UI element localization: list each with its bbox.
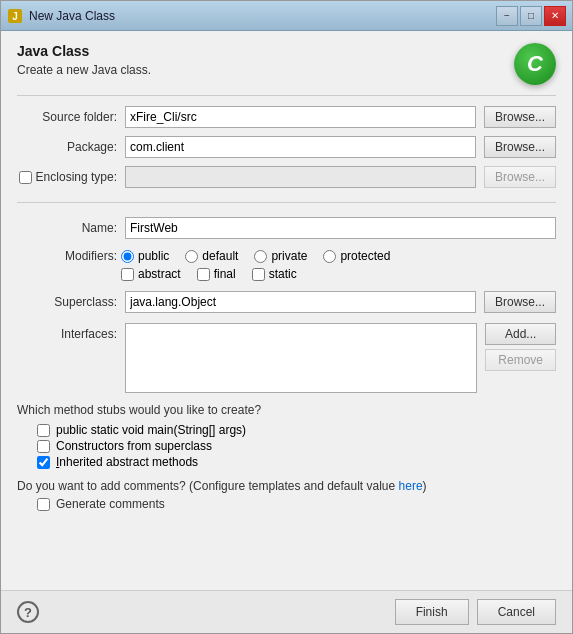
superclass-browse-button[interactable]: Browse... xyxy=(484,291,556,313)
source-folder-input[interactable] xyxy=(125,106,476,128)
stub-constructors-checkbox[interactable] xyxy=(37,440,50,453)
modifier-protected-radio[interactable] xyxy=(323,250,336,263)
name-row: Name: xyxy=(17,217,556,239)
title-bar-left: J New Java Class xyxy=(7,8,115,24)
header-text: Java Class Create a new Java class. xyxy=(17,43,151,77)
modifier-abstract-checkbox[interactable] xyxy=(121,268,134,281)
stub-main-label: public static void main(String[] args) xyxy=(56,423,246,437)
dialog-window: J New Java Class − □ ✕ Java Class Create… xyxy=(0,0,573,634)
bottom-buttons: Finish Cancel xyxy=(395,599,556,625)
dialog-subtitle: Create a new Java class. xyxy=(17,63,151,77)
modifier-public[interactable]: public xyxy=(121,249,169,263)
modifier-public-radio[interactable] xyxy=(121,250,134,263)
superclass-row: Superclass: Browse... xyxy=(17,291,556,313)
source-folder-row: Source folder: Browse... xyxy=(17,106,556,128)
comments-link[interactable]: here xyxy=(399,479,423,493)
generate-comments-checkbox[interactable] xyxy=(37,498,50,511)
modifier-static-label: static xyxy=(269,267,297,281)
generate-comments-label[interactable]: Generate comments xyxy=(37,497,165,511)
modifiers-section: Modifiers: public default private xyxy=(17,249,556,281)
modifier-final-checkbox[interactable] xyxy=(197,268,210,281)
app-icon: J xyxy=(7,8,23,24)
modifier-protected-label: protected xyxy=(340,249,390,263)
source-folder-section: Source folder: Browse... Package: Browse… xyxy=(17,106,556,188)
help-button[interactable]: ? xyxy=(17,601,39,623)
package-browse-button[interactable]: Browse... xyxy=(484,136,556,158)
other-modifiers-group: abstract final static xyxy=(121,267,297,281)
enclosing-type-input[interactable] xyxy=(125,166,476,188)
modifiers-row-1: Modifiers: public default private xyxy=(17,249,556,263)
interfaces-remove-button: Remove xyxy=(485,349,556,371)
java-class-icon: C xyxy=(514,43,556,85)
modifier-private-radio[interactable] xyxy=(254,250,267,263)
enclosing-type-browse-button: Browse... xyxy=(484,166,556,188)
package-input[interactable] xyxy=(125,136,476,158)
stub-inherited-checkbox[interactable] xyxy=(37,456,50,469)
enclosing-type-label: Enclosing type: xyxy=(36,170,117,184)
package-label: Package: xyxy=(17,140,117,154)
enclosing-label-wrap: Enclosing type: xyxy=(17,170,117,184)
superclass-input[interactable] xyxy=(125,291,476,313)
window-controls: − □ ✕ xyxy=(496,6,566,26)
source-folder-browse-button[interactable]: Browse... xyxy=(484,106,556,128)
dialog-content: Java Class Create a new Java class. C So… xyxy=(1,31,572,590)
modifier-public-label: public xyxy=(138,249,169,263)
interfaces-list xyxy=(125,323,477,393)
title-bar: J New Java Class − □ ✕ xyxy=(1,1,572,31)
modifier-protected[interactable]: protected xyxy=(323,249,390,263)
stub-main-checkbox[interactable] xyxy=(37,424,50,437)
bottom-bar: ? Finish Cancel xyxy=(1,590,572,633)
enclosing-type-row: Enclosing type: Browse... xyxy=(17,166,556,188)
generate-comments-text: Generate comments xyxy=(56,497,165,511)
stub-main-method[interactable]: public static void main(String[] args) xyxy=(17,423,556,437)
stub-inherited-label: Inherited abstract methods xyxy=(56,455,198,469)
modifier-default[interactable]: default xyxy=(185,249,238,263)
modifiers-label: Modifiers: xyxy=(17,249,117,263)
name-label: Name: xyxy=(17,221,117,235)
separator-1 xyxy=(17,202,556,203)
stubs-title: Which method stubs would you like to cre… xyxy=(17,403,556,417)
interfaces-section: Interfaces: Add... Remove xyxy=(17,323,556,393)
stub-inherited[interactable]: Inherited abstract methods xyxy=(17,455,556,469)
header-section: Java Class Create a new Java class. C xyxy=(17,43,556,96)
modifier-default-radio[interactable] xyxy=(185,250,198,263)
stubs-section: Which method stubs would you like to cre… xyxy=(17,403,556,469)
modifier-default-label: default xyxy=(202,249,238,263)
generate-comments-row: Generate comments xyxy=(17,497,556,511)
stub-constructors[interactable]: Constructors from superclass xyxy=(17,439,556,453)
modifier-abstract[interactable]: abstract xyxy=(121,267,181,281)
modifier-static-checkbox[interactable] xyxy=(252,268,265,281)
window-title: New Java Class xyxy=(29,9,115,23)
comments-question: Do you want to add comments? (Configure … xyxy=(17,479,399,493)
svg-text:J: J xyxy=(12,11,18,22)
dialog-title: Java Class xyxy=(17,43,151,59)
interfaces-add-button[interactable]: Add... xyxy=(485,323,556,345)
restore-button[interactable]: □ xyxy=(520,6,542,26)
modifier-final[interactable]: final xyxy=(197,267,236,281)
access-modifiers-group: public default private protected xyxy=(121,249,390,263)
modifiers-row-2: abstract final static xyxy=(17,267,556,281)
package-row: Package: Browse... xyxy=(17,136,556,158)
stub-constructors-label: Constructors from superclass xyxy=(56,439,212,453)
modifier-private[interactable]: private xyxy=(254,249,307,263)
close-button[interactable]: ✕ xyxy=(544,6,566,26)
name-input[interactable] xyxy=(125,217,556,239)
source-folder-label: Source folder: xyxy=(17,110,117,124)
comments-question-end: ) xyxy=(423,479,427,493)
modifier-static[interactable]: static xyxy=(252,267,297,281)
minimize-button[interactable]: − xyxy=(496,6,518,26)
superclass-label: Superclass: xyxy=(17,295,117,309)
cancel-button[interactable]: Cancel xyxy=(477,599,556,625)
comments-section: Do you want to add comments? (Configure … xyxy=(17,479,556,511)
finish-button[interactable]: Finish xyxy=(395,599,469,625)
interfaces-buttons: Add... Remove xyxy=(485,323,556,371)
enclosing-type-checkbox[interactable] xyxy=(19,171,32,184)
modifier-private-label: private xyxy=(271,249,307,263)
modifier-abstract-label: abstract xyxy=(138,267,181,281)
modifier-final-label: final xyxy=(214,267,236,281)
interfaces-label: Interfaces: xyxy=(17,323,117,341)
